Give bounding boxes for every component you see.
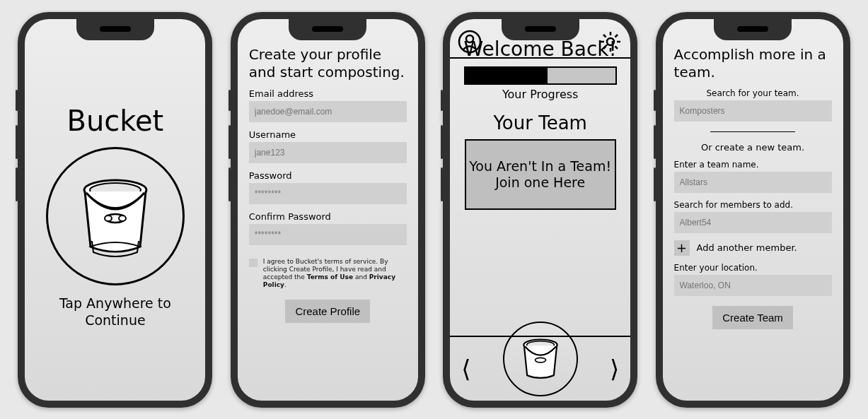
add-member-row: + Add another member. xyxy=(674,240,832,256)
phone-splash: Bucket Tap Anywhere to Continue xyxy=(18,12,212,408)
progress-label: Your Progress xyxy=(502,88,579,101)
terms-checkbox[interactable] xyxy=(249,259,257,267)
tap-to-continue: Tap Anywhere to Continue xyxy=(59,295,171,329)
phone-home: Welcome Back! Your Progress Your Team Yo… xyxy=(443,12,637,408)
team-name-label: Enter a team name. xyxy=(674,160,832,170)
username-field[interactable] xyxy=(249,142,407,163)
bottom-bar: ⟨ ⟩ xyxy=(450,336,630,401)
password-field[interactable] xyxy=(249,183,407,204)
signup-screen: Create your profile and start composting… xyxy=(238,19,418,401)
email-field[interactable] xyxy=(249,101,407,122)
team-screen: Accomplish more in a team. Search for yo… xyxy=(663,19,843,401)
phone-team: Accomplish more in a team. Search for yo… xyxy=(656,12,850,408)
location-label: Enter your location. xyxy=(674,263,832,273)
progress-rest xyxy=(548,68,615,83)
top-bar xyxy=(450,19,630,59)
progress-fill xyxy=(465,68,548,83)
confirm-password-field[interactable] xyxy=(249,224,407,245)
your-team-heading: Your Team xyxy=(493,112,587,134)
join-team-box[interactable]: You Aren't In a Team! Join one Here xyxy=(465,139,616,210)
home-screen: Welcome Back! Your Progress Your Team Yo… xyxy=(450,19,630,401)
members-field[interactable] xyxy=(674,212,832,233)
divider xyxy=(710,131,795,132)
or-create-label: Or create a new team. xyxy=(674,142,832,153)
svg-point-6 xyxy=(466,35,473,42)
password-label: Password xyxy=(249,170,407,181)
search-team-field[interactable] xyxy=(674,100,832,122)
svg-point-3 xyxy=(105,216,112,221)
location-field[interactable] xyxy=(674,275,832,296)
terms-row: I agree to Bucket's terms of service. By… xyxy=(249,258,407,290)
prev-icon[interactable]: ⟨ xyxy=(461,355,470,383)
next-icon[interactable]: ⟩ xyxy=(610,355,619,383)
signup-heading: Create your profile and start composting… xyxy=(249,46,407,81)
add-member-label: Add another member. xyxy=(697,242,797,253)
confirm-password-label: Confirm Password xyxy=(249,211,407,222)
add-member-button[interactable]: + xyxy=(674,240,690,256)
app-title: Bucket xyxy=(66,105,163,137)
create-team-button[interactable]: Create Team xyxy=(712,306,793,329)
team-heading: Accomplish more in a team. xyxy=(674,46,832,81)
settings-icon[interactable] xyxy=(598,29,623,54)
username-label: Username xyxy=(249,129,407,140)
search-team-label: Search for your team. xyxy=(674,88,832,98)
members-label: Search for members to add. xyxy=(674,200,832,210)
splash-screen[interactable]: Bucket Tap Anywhere to Continue xyxy=(25,19,205,401)
profile-icon[interactable] xyxy=(457,29,482,54)
bucket-icon xyxy=(69,170,161,262)
svg-point-4 xyxy=(119,216,126,221)
team-name-field[interactable] xyxy=(674,172,832,193)
svg-point-7 xyxy=(607,38,614,45)
create-profile-button[interactable]: Create Profile xyxy=(285,300,370,323)
bucket-logo-circle xyxy=(46,147,185,285)
terms-text: I agree to Bucket's terms of service. By… xyxy=(263,258,407,290)
email-label: Email address xyxy=(249,88,407,99)
progress-bar xyxy=(464,66,617,85)
phone-signup: Create your profile and start composting… xyxy=(231,12,425,408)
